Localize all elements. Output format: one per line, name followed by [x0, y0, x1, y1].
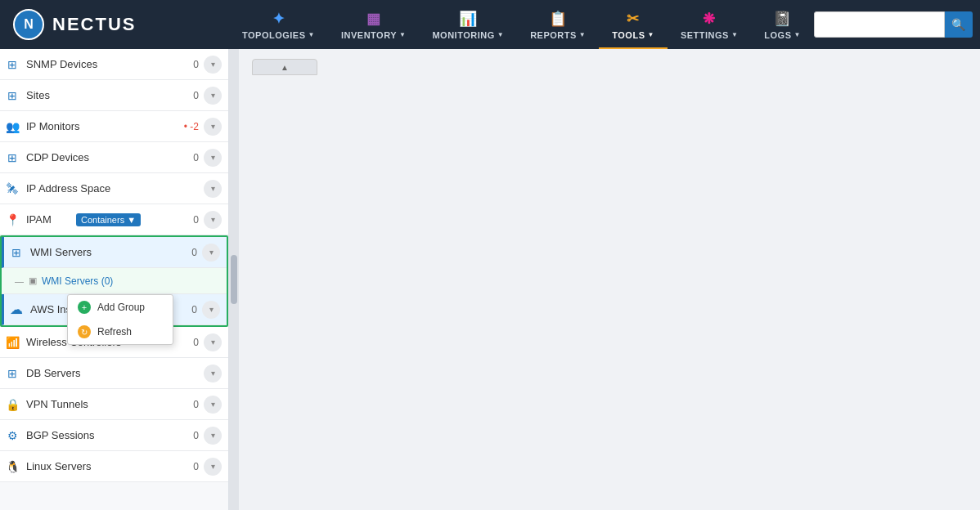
ipam-dropdown-label: Containers [81, 215, 124, 225]
logs-label: LOGS ▼ [764, 30, 801, 40]
linux-count: 0 [186, 461, 199, 472]
sidebar: ⊞ SNMP Devices 0 ▾ ⊞ Sites 0 ▾ 👥 IP Moni… [0, 49, 229, 510]
vpn-count: 0 [186, 399, 199, 410]
ipam-label: IPAM [26, 213, 52, 226]
cdp-count: 0 [186, 152, 199, 163]
context-menu-item-refresh[interactable]: ↻ Refresh [68, 320, 173, 344]
reports-label: REPORTS ▼ [530, 30, 586, 40]
bgp-arrow[interactable]: ▾ [204, 427, 222, 445]
db-icon: ⊞ [3, 365, 21, 382]
logs-arrow: ▼ [794, 31, 801, 38]
bgp-icon: ⚙ [3, 427, 21, 445]
vpn-arrow[interactable]: ▾ [204, 396, 222, 414]
inventory-arrow: ▼ [399, 31, 406, 38]
context-menu-item-add-group[interactable]: + Add Group [68, 295, 173, 320]
sidebar-item-vpn-tunnels[interactable]: 🔒 VPN Tunnels 0 ▾ [0, 389, 228, 420]
reports-icon: 📋 [549, 10, 568, 28]
ipam-dropdown-arrow: ▼ [127, 215, 136, 225]
wmi-label: WMI Servers [30, 246, 184, 258]
logo-text: NECTUS [52, 14, 136, 35]
db-arrow[interactable]: ▾ [204, 365, 222, 382]
ipam-dropdown[interactable]: Containers ▼ [76, 213, 141, 226]
settings-arrow: ▼ [731, 31, 738, 38]
nav-item-tools[interactable]: ✂ TOOLS ▼ [599, 0, 668, 49]
collapse-button[interactable]: ▲ [252, 59, 317, 75]
wmi-sub-folder-icon: ▣ [29, 275, 37, 286]
sites-icon: ⊞ [3, 87, 21, 105]
linux-icon: 🐧 [3, 458, 21, 476]
tools-icon: ✂ [627, 10, 640, 28]
logo-area: N NECTUS [0, 9, 229, 40]
wireless-arrow[interactable]: ▾ [204, 333, 222, 351]
add-group-label: Add Group [97, 302, 145, 313]
sidebar-item-linux-servers[interactable]: 🐧 Linux Servers 0 ▾ [0, 451, 228, 482]
sidebar-scrollbar[interactable] [229, 49, 239, 510]
reports-arrow: ▼ [579, 31, 586, 38]
aws-arrow[interactable]: ▾ [202, 301, 220, 319]
main-content: ▲ [239, 49, 980, 510]
main-layout: ⊞ SNMP Devices 0 ▾ ⊞ Sites 0 ▾ 👥 IP Moni… [0, 49, 980, 510]
scrollbar-thumb [231, 255, 237, 304]
ipam-count: 0 [186, 214, 199, 226]
wmi-icon: ⊞ [7, 244, 25, 262]
sidebar-item-ip-address-space[interactable]: 🛰 IP Address Space ▾ [0, 173, 228, 204]
topologies-icon: ✦ [272, 10, 285, 28]
wmi-sub-label: WMI Servers (0) [42, 275, 113, 287]
nav-item-logs[interactable]: 📓 LOGS ▼ [751, 0, 814, 49]
sites-label: Sites [26, 89, 186, 101]
ip-monitors-arrow[interactable]: ▾ [204, 118, 222, 136]
cdp-icon: ⊞ [3, 149, 21, 167]
nav-item-monitoring[interactable]: 📊 MONITORING ▼ [419, 0, 517, 49]
sidebar-item-bgp-sessions[interactable]: ⚙ BGP Sessions 0 ▾ [0, 420, 228, 451]
sites-arrow[interactable]: ▾ [204, 87, 222, 105]
cdp-arrow[interactable]: ▾ [204, 149, 222, 167]
sites-count: 0 [186, 90, 199, 101]
topologies-label: TOPOLOGIES ▼ [242, 30, 315, 40]
sidebar-item-ip-monitors[interactable]: 👥 IP Monitors • -2 ▾ [0, 111, 228, 142]
nav-item-settings[interactable]: ❋ SETTINGS ▼ [668, 0, 751, 49]
linux-label: Linux Servers [26, 460, 186, 472]
context-menu: + Add Group ↻ Refresh [67, 294, 173, 345]
sidebar-item-sites[interactable]: ⊞ Sites 0 ▾ [0, 80, 228, 111]
inventory-icon: ▦ [366, 10, 381, 28]
ip-space-arrow[interactable]: ▾ [204, 180, 222, 198]
sidebar-item-ipam[interactable]: 📍 IPAM Containers ▼ 0 ▾ [0, 204, 228, 235]
linux-arrow[interactable]: ▾ [204, 458, 222, 476]
bgp-label: BGP Sessions [26, 429, 186, 441]
nav-item-reports[interactable]: 📋 REPORTS ▼ [517, 0, 599, 49]
logs-icon: 📓 [773, 10, 792, 28]
ip-monitors-icon: 👥 [3, 118, 21, 136]
snmp-count: 0 [186, 59, 199, 70]
nav-item-topologies[interactable]: ✦ TOPOLOGIES ▼ [229, 0, 328, 49]
monitoring-label: MONITORING ▼ [432, 30, 504, 40]
ip-space-icon: 🛰 [3, 180, 21, 198]
aws-count: 0 [184, 304, 197, 315]
ip-monitors-count: • -2 [184, 121, 199, 132]
ipam-arrow[interactable]: ▾ [204, 211, 222, 229]
bgp-count: 0 [186, 430, 199, 441]
snmp-arrow[interactable]: ▾ [204, 56, 222, 74]
sidebar-item-snmp-devices[interactable]: ⊞ SNMP Devices 0 ▾ [0, 49, 228, 80]
sidebar-item-cdp-devices[interactable]: ⊞ CDP Devices 0 ▾ [0, 142, 228, 173]
wmi-sub-row[interactable]: — ▣ WMI Servers (0) + Add Group ↻ Refres… [2, 268, 227, 294]
collapse-arrow: ▲ [281, 63, 289, 72]
refresh-icon: ↻ [78, 325, 91, 338]
ipam-icon: 📍 [3, 211, 21, 229]
refresh-label: Refresh [97, 326, 132, 338]
nav-item-inventory[interactable]: ▦ INVENTORY ▼ [328, 0, 420, 49]
sidebar-item-db-servers[interactable]: ⊞ DB Servers ▾ [0, 358, 228, 389]
nav-area: ✦ TOPOLOGIES ▼ ▦ INVENTORY ▼ 📊 MONITORIN… [229, 0, 814, 49]
cdp-label: CDP Devices [26, 151, 186, 163]
inventory-label: INVENTORY ▼ [341, 30, 407, 40]
sidebar-item-wmi-servers[interactable]: ⊞ WMI Servers 0 ▾ [2, 237, 227, 268]
tools-label: TOOLS ▼ [612, 30, 654, 40]
vpn-icon: 🔒 [3, 396, 21, 414]
search-button[interactable]: 🔍 [945, 11, 973, 38]
ip-monitors-label: IP Monitors [26, 120, 184, 132]
wireless-icon: 📶 [3, 333, 21, 351]
search-input[interactable] [814, 11, 945, 38]
db-label: DB Servers [26, 367, 186, 379]
context-section: ⊞ WMI Servers 0 ▾ — ▣ WMI Servers (0) + … [0, 235, 228, 327]
monitoring-icon: 📊 [459, 10, 478, 28]
wmi-arrow[interactable]: ▾ [202, 244, 220, 262]
